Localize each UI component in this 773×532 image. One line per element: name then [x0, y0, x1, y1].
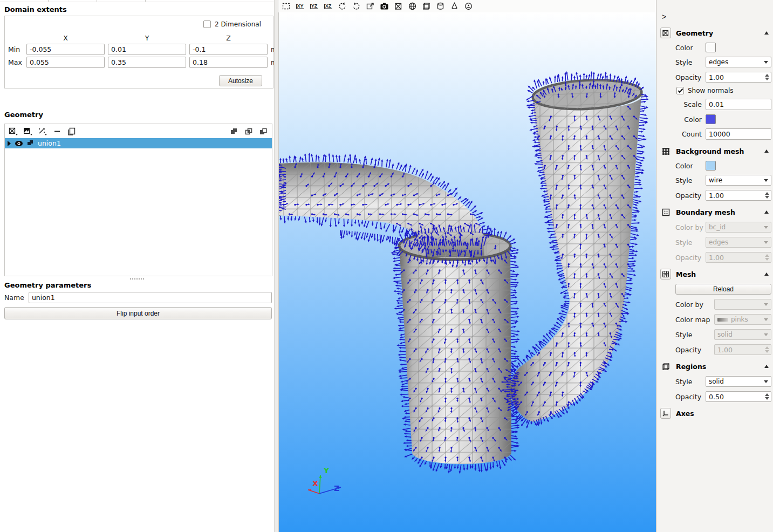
view-xz-button[interactable]: XZ	[323, 1, 333, 11]
toggle-eye-icon	[464, 2, 473, 11]
min-y-input[interactable]	[108, 44, 186, 55]
vertical-splitter[interactable]	[274, 0, 278, 532]
boundary-mesh-section-title: Boundary mesh	[676, 208, 760, 216]
geometry-style-label: Style	[675, 58, 706, 66]
geometry-style-dropdown[interactable]: edges	[706, 57, 771, 67]
section-mesh: Mesh Reload Color by Color map pinks Sty…	[656, 268, 773, 355]
collapse-arrow-icon[interactable]	[764, 272, 769, 276]
background-mesh-section-icon	[660, 146, 671, 156]
flip-input-order-button[interactable]: Flip input order	[4, 307, 272, 319]
collapse-arrow-icon[interactable]	[764, 210, 769, 214]
regions-opacity-spinner[interactable]: 0.50	[706, 391, 771, 402]
mesh-section-icon[interactable]	[660, 269, 671, 279]
geometry-list-item-union1[interactable]: union1	[5, 138, 272, 148]
min-x-input[interactable]	[26, 44, 105, 55]
section-axes: Axes	[656, 407, 773, 419]
panel-collapse-button[interactable]: >	[662, 12, 672, 22]
boolean-difference-button[interactable]	[257, 126, 269, 137]
remove-geometry-button[interactable]	[51, 126, 63, 137]
toggle-geometry-button[interactable]	[393, 1, 403, 11]
toggle-cone-button[interactable]	[449, 1, 460, 11]
max-x-input[interactable]	[26, 57, 105, 68]
add-shape-icon	[8, 127, 19, 137]
collapse-arrow-icon[interactable]	[764, 365, 769, 368]
geometry-color-label: Color	[675, 44, 706, 52]
domain-extents-title: Domain extents	[4, 5, 274, 13]
add-shape-button[interactable]	[8, 126, 19, 137]
rotate-cw-button[interactable]	[351, 1, 361, 11]
cylinder-mesh-shape	[399, 232, 511, 464]
horizontal-splitter-handle[interactable]	[0, 276, 274, 281]
operations-wand-button[interactable]	[37, 126, 49, 137]
import-geometry-button[interactable]	[22, 126, 34, 137]
geometry-list-rows: union1	[5, 138, 272, 276]
background-mesh-style-dropdown[interactable]: wire	[706, 175, 771, 186]
boundary-mesh-opacity-label: Opacity	[675, 254, 706, 262]
export-view-button[interactable]	[365, 1, 375, 11]
view-yz-button[interactable]: YZ	[309, 1, 319, 11]
geometry-list-title: Geometry	[4, 111, 274, 119]
view-xy-button[interactable]: XY	[295, 1, 305, 11]
section-regions: Regions Style solid Opacity 0.50	[656, 360, 773, 402]
scene-canvas[interactable]: X Y Z	[278, 12, 656, 532]
mesh-color-by-dropdown	[714, 299, 771, 310]
section-geometry: Geometry Color Style edges Opacity 1.00 …	[656, 27, 773, 140]
collapse-arrow-icon[interactable]	[764, 31, 769, 35]
toggle-eye-button[interactable]	[463, 1, 474, 11]
min-z-input[interactable]	[189, 44, 268, 55]
fit-view-icon	[282, 2, 291, 11]
export-view-icon	[366, 2, 375, 11]
normals-color-swatch[interactable]	[706, 114, 716, 124]
autosize-button[interactable]: Autosize	[219, 75, 262, 86]
normals-scale-input[interactable]	[706, 99, 771, 110]
section-background-mesh: Background mesh Color Style wire Opacity…	[656, 145, 773, 201]
visibility-eye-icon[interactable]	[15, 140, 23, 147]
screenshot-icon	[380, 2, 389, 11]
cropped-tab-strip	[0, 0, 274, 2]
svg-text:YZ: YZ	[311, 3, 318, 9]
background-mesh-style-label: Style	[675, 176, 706, 185]
boolean-intersect-button[interactable]	[243, 126, 255, 137]
column-label-x: X	[26, 34, 105, 42]
geometry-color-swatch[interactable]	[706, 43, 716, 52]
show-normals-checkbox[interactable]	[676, 87, 684, 94]
toggle-cylinder-icon	[436, 2, 445, 11]
rotate-ccw-button[interactable]	[337, 1, 347, 11]
screenshot-button[interactable]	[379, 1, 389, 11]
background-mesh-color-swatch[interactable]	[706, 161, 716, 170]
toggle-cube-button[interactable]	[421, 1, 432, 11]
view-xy-icon: XY	[295, 2, 305, 11]
regions-style-dropdown[interactable]: solid	[706, 376, 771, 387]
boolean-union-button[interactable]	[228, 126, 240, 137]
show-normals-label: Show normals	[688, 87, 734, 94]
toggle-cube-icon	[422, 2, 431, 11]
fit-view-button[interactable]	[281, 1, 291, 11]
minus-icon	[53, 127, 61, 137]
collapse-arrow-icon[interactable]	[764, 149, 769, 153]
max-z-input[interactable]	[189, 57, 268, 68]
toggle-globe-button[interactable]	[407, 1, 418, 11]
geometry-section-icon[interactable]	[660, 28, 671, 38]
expand-arrow-icon[interactable]	[7, 141, 11, 146]
geometry-list-toolbar	[5, 124, 272, 138]
geometry-list: union1	[4, 124, 272, 276]
axes-section-icon[interactable]	[660, 408, 671, 419]
name-input[interactable]	[29, 292, 272, 303]
check-icon	[678, 88, 683, 93]
boundary-mesh-color-by-dropdown: bc_id	[706, 222, 771, 233]
section-boundary-mesh: Boundary mesh Color by bc_id Style edges…	[656, 206, 773, 263]
toggle-cylinder-button[interactable]	[435, 1, 446, 11]
normals-count-input[interactable]	[706, 128, 771, 140]
mesh-section-title: Mesh	[676, 270, 760, 278]
application-window: Domain extents 2 Dimensional X Y Z Min m…	[0, 0, 773, 532]
reload-mesh-button[interactable]: Reload	[675, 284, 771, 295]
mesh-style-label: Style	[675, 331, 714, 339]
display-properties-panel: > Geometry Color Style edges Opacity 1.0…	[656, 0, 773, 532]
geometry-parameters-title: Geometry parameters	[4, 281, 274, 289]
duplicate-geometry-button[interactable]	[66, 126, 78, 137]
boundary-mesh-section-icon	[660, 207, 671, 217]
two-dimensional-checkbox[interactable]	[203, 21, 211, 28]
background-mesh-opacity-spinner[interactable]: 1.00	[706, 190, 771, 201]
max-y-input[interactable]	[108, 57, 186, 68]
geometry-opacity-spinner[interactable]: 1.00	[706, 72, 771, 83]
